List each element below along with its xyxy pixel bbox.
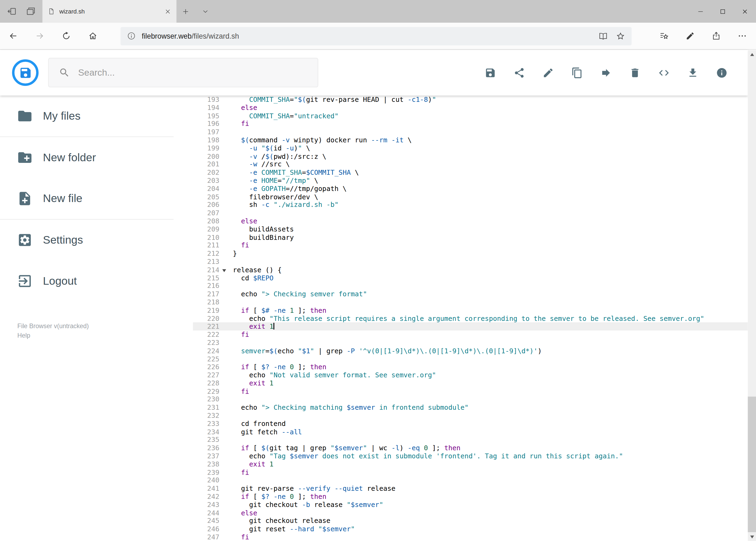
hub-favorites-button[interactable] xyxy=(651,23,677,49)
more-options-button[interactable] xyxy=(729,23,755,49)
code-line-225[interactable]: 225 xyxy=(193,355,748,363)
code-line-221[interactable]: 221 exit 1 xyxy=(193,322,748,330)
sidebar-item-new-folder[interactable]: New folder xyxy=(0,137,193,178)
tab-close-icon[interactable] xyxy=(164,8,171,15)
code-line-238[interactable]: 238 exit 1 xyxy=(193,460,748,468)
address-bar[interactable]: filebrowser.web/files/wizard.sh xyxy=(121,27,632,45)
tab-list-button[interactable] xyxy=(195,0,216,23)
delete-button[interactable] xyxy=(621,50,649,96)
line-number: 200 xyxy=(193,152,219,161)
sidebar-item-settings[interactable]: Settings xyxy=(0,220,193,261)
share-button[interactable] xyxy=(505,50,534,96)
code-line-227[interactable]: 227 echo "Not valid semver format. See s… xyxy=(193,371,748,379)
scrollbar-thumb[interactable] xyxy=(748,396,756,532)
code-line-237[interactable]: 237 echo "Tag $semver does not exist in … xyxy=(193,452,748,460)
code-line-205[interactable]: 205 filebrowser/dev \ xyxy=(193,193,748,201)
filebrowser-logo[interactable] xyxy=(12,59,39,86)
code-line-239[interactable]: 239 fi xyxy=(193,468,748,476)
refresh-button[interactable] xyxy=(53,23,79,49)
close-window-button[interactable] xyxy=(734,0,756,23)
move-button[interactable] xyxy=(592,50,621,96)
code-line-193[interactable]: 193 COMMIT_SHA="$(git rev-parse HEAD | c… xyxy=(193,96,748,104)
share-page-button[interactable] xyxy=(703,23,729,49)
sidebar-item-logout[interactable]: Logout xyxy=(0,261,193,302)
code-line-244[interactable]: 244 else xyxy=(193,509,748,517)
code-line-199[interactable]: 199 -u "$(id -u)" \ xyxy=(193,144,748,152)
maximize-button[interactable] xyxy=(712,0,734,23)
sidebar-item-my-files[interactable]: My files xyxy=(0,96,193,137)
code-line-195[interactable]: 195 COMMIT_SHA="untracked" xyxy=(193,112,748,120)
code-line-224[interactable]: 224 semver=$(echo "$1" | grep -P '^v(0|[… xyxy=(193,347,748,355)
page-scrollbar[interactable] xyxy=(748,50,756,541)
code-line-218[interactable]: 218 xyxy=(193,298,748,306)
code-line-212[interactable]: 212} xyxy=(193,250,748,258)
code-line-223[interactable]: 223 xyxy=(193,339,748,347)
code-line-220[interactable]: 220 echo "This release script requires a… xyxy=(193,314,748,322)
code-line-236[interactable]: 236 if [ $(git tag | grep "$semver" | wc… xyxy=(193,444,748,452)
code-line-231[interactable]: 231 echo "> Checking matching $semver in… xyxy=(193,403,748,412)
home-button[interactable] xyxy=(80,23,106,49)
info-button[interactable] xyxy=(707,50,736,96)
forward-button[interactable] xyxy=(26,23,53,49)
code-line-241[interactable]: 241 git rev-parse --verify --quiet relea… xyxy=(193,485,748,493)
code-line-203[interactable]: 203 -e HOME="//tmp" \ xyxy=(193,177,748,185)
scroll-up-arrow[interactable] xyxy=(748,50,756,58)
code-line-226[interactable]: 226 if [ $? -ne 0 ]; then xyxy=(193,363,748,371)
save-button[interactable] xyxy=(476,50,505,96)
code-line-215[interactable]: 215 cd $REPO xyxy=(193,274,748,282)
rename-button[interactable] xyxy=(534,50,563,96)
code-line-200[interactable]: 200 -v /$(pwd):/src:z \ xyxy=(193,152,748,161)
code-line-214[interactable]: 214release () { xyxy=(193,266,748,274)
code-line-217[interactable]: 217 echo "> Checking semver format" xyxy=(193,290,748,298)
code-line-210[interactable]: 210 buildBinary xyxy=(193,234,748,242)
code-line-242[interactable]: 242 if [ $? -ne 0 ]; then xyxy=(193,493,748,501)
tab-preview-button[interactable] xyxy=(26,6,36,16)
code-line-240[interactable]: 240 xyxy=(193,476,748,485)
add-favorite-button[interactable] xyxy=(614,29,627,43)
reading-view-button[interactable] xyxy=(597,29,610,43)
code-line-222[interactable]: 222 fi xyxy=(193,330,748,339)
code-line-213[interactable]: 213 xyxy=(193,258,748,266)
code-line-216[interactable]: 216 xyxy=(193,282,748,290)
search-input[interactable]: Search... xyxy=(48,58,318,87)
code-line-246[interactable]: 246 git reset --hard "$semver" xyxy=(193,525,748,533)
back-button[interactable] xyxy=(0,23,26,49)
browser-tab[interactable]: wizard.sh xyxy=(42,0,176,23)
help-link[interactable]: Help xyxy=(17,331,89,340)
new-tab-button[interactable] xyxy=(176,0,195,23)
code-line-245[interactable]: 245 git checkout release xyxy=(193,517,748,525)
sidebar-item-new-file[interactable]: New file xyxy=(0,178,193,219)
web-note-button[interactable] xyxy=(677,23,703,49)
raw-view-button[interactable] xyxy=(649,50,678,96)
code-line-233[interactable]: 233 cd frontend xyxy=(193,420,748,428)
code-line-208[interactable]: 208 else xyxy=(193,217,748,225)
code-editor[interactable]: 193 COMMIT_SHA="$(git rev-parse HEAD | c… xyxy=(193,96,748,541)
scroll-down-arrow[interactable] xyxy=(748,533,756,541)
code-line-197[interactable]: 197 xyxy=(193,128,748,136)
code-line-229[interactable]: 229 fi xyxy=(193,387,748,395)
copy-button[interactable] xyxy=(563,50,592,96)
code-line-207[interactable]: 207 xyxy=(193,209,748,217)
code-line-234[interactable]: 234 git fetch --all xyxy=(193,428,748,436)
minimize-button[interactable] xyxy=(689,0,711,23)
code-line-243[interactable]: 243 git checkout -b release "$semver" xyxy=(193,501,748,509)
download-button[interactable] xyxy=(678,50,707,96)
code-line-201[interactable]: 201 -w //src \ xyxy=(193,161,748,169)
code-line-198[interactable]: 198 $(command -v winpty) docker run --rm… xyxy=(193,136,748,144)
code-line-235[interactable]: 235 xyxy=(193,436,748,444)
code-line-209[interactable]: 209 buildAssets xyxy=(193,225,748,234)
code-line-202[interactable]: 202 -e COMMIT_SHA=$COMMIT_SHA \ xyxy=(193,169,748,177)
code-line-206[interactable]: 206 sh -c "./wizard.sh -b" xyxy=(193,201,748,209)
fold-marker-icon[interactable] xyxy=(219,266,233,274)
code-line-196[interactable]: 196 fi xyxy=(193,120,748,128)
code-line-232[interactable]: 232 xyxy=(193,412,748,420)
code-line-230[interactable]: 230 xyxy=(193,395,748,403)
code-line-194[interactable]: 194 else xyxy=(193,104,748,112)
code-line-219[interactable]: 219 if [ $# -ne 1 ]; then xyxy=(193,306,748,314)
code-line-204[interactable]: 204 -e GOPATH=//tmp/gopath \ xyxy=(193,185,748,193)
code-line-211[interactable]: 211 fi xyxy=(193,242,748,250)
code-line-247[interactable]: 247 fi xyxy=(193,533,748,541)
code-line-228[interactable]: 228 exit 1 xyxy=(193,379,748,387)
site-info-icon[interactable] xyxy=(125,29,138,42)
tabs-you-set-aside-button[interactable] xyxy=(7,6,17,16)
